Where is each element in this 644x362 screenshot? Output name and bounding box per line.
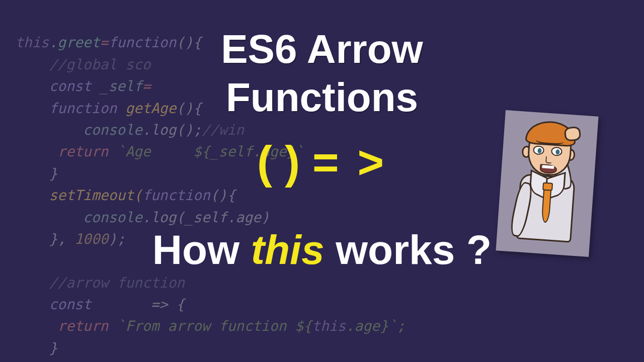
gt: >: [358, 137, 387, 188]
q-works: works ?: [325, 227, 492, 273]
lparen: (: [257, 137, 269, 188]
title-line-1: ES6 Arrow: [221, 25, 423, 73]
arrow-syntax-text: ( ) = >: [257, 137, 387, 189]
q-how: How: [152, 227, 251, 273]
confused-character-icon: [500, 115, 595, 251]
equals: =: [312, 137, 342, 188]
q-this: this: [251, 227, 325, 273]
rparen: ): [285, 137, 297, 188]
title-line-2: Functions: [226, 73, 418, 122]
confused-character-frame: [496, 110, 598, 257]
question-line: How this works ?: [152, 226, 492, 274]
